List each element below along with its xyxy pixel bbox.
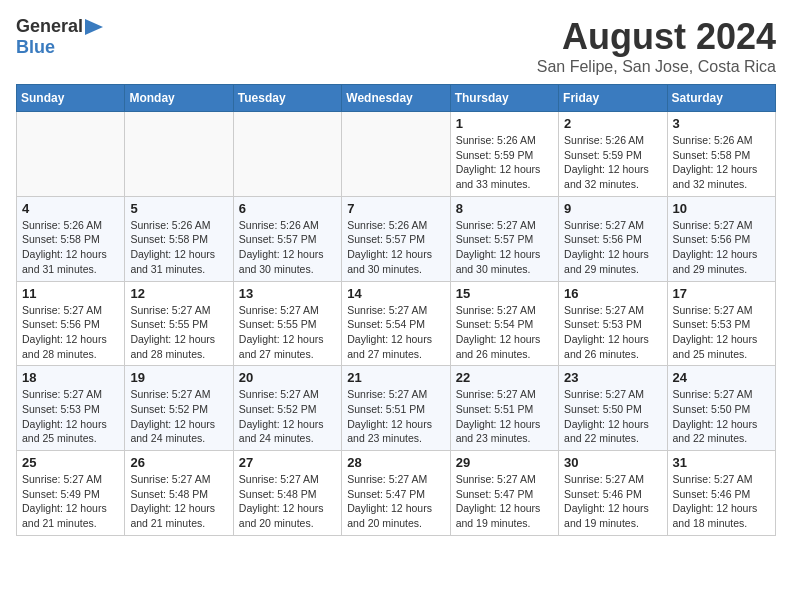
calendar-cell (342, 112, 450, 197)
title-block: August 2024 San Felipe, San Jose, Costa … (537, 16, 776, 76)
calendar-cell (233, 112, 341, 197)
day-number: 2 (564, 116, 661, 131)
day-info: Sunrise: 5:27 AMSunset: 5:56 PMDaylight:… (673, 218, 770, 277)
calendar-cell: 14Sunrise: 5:27 AMSunset: 5:54 PMDayligh… (342, 281, 450, 366)
day-number: 9 (564, 201, 661, 216)
day-number: 11 (22, 286, 119, 301)
calendar-week-row: 18Sunrise: 5:27 AMSunset: 5:53 PMDayligh… (17, 366, 776, 451)
day-number: 19 (130, 370, 227, 385)
header-sunday: Sunday (17, 85, 125, 112)
day-info: Sunrise: 5:27 AMSunset: 5:53 PMDaylight:… (564, 303, 661, 362)
day-number: 22 (456, 370, 553, 385)
day-info: Sunrise: 5:27 AMSunset: 5:55 PMDaylight:… (130, 303, 227, 362)
calendar-cell: 18Sunrise: 5:27 AMSunset: 5:53 PMDayligh… (17, 366, 125, 451)
calendar-cell: 13Sunrise: 5:27 AMSunset: 5:55 PMDayligh… (233, 281, 341, 366)
calendar-cell: 27Sunrise: 5:27 AMSunset: 5:48 PMDayligh… (233, 451, 341, 536)
day-info: Sunrise: 5:26 AMSunset: 5:59 PMDaylight:… (456, 133, 553, 192)
day-number: 25 (22, 455, 119, 470)
day-number: 16 (564, 286, 661, 301)
day-number: 30 (564, 455, 661, 470)
day-info: Sunrise: 5:26 AMSunset: 5:58 PMDaylight:… (22, 218, 119, 277)
day-info: Sunrise: 5:27 AMSunset: 5:49 PMDaylight:… (22, 472, 119, 531)
day-number: 7 (347, 201, 444, 216)
day-info: Sunrise: 5:26 AMSunset: 5:59 PMDaylight:… (564, 133, 661, 192)
calendar-cell (125, 112, 233, 197)
day-number: 1 (456, 116, 553, 131)
day-info: Sunrise: 5:27 AMSunset: 5:48 PMDaylight:… (130, 472, 227, 531)
day-info: Sunrise: 5:27 AMSunset: 5:53 PMDaylight:… (673, 303, 770, 362)
page-subtitle: San Felipe, San Jose, Costa Rica (537, 58, 776, 76)
day-number: 31 (673, 455, 770, 470)
day-info: Sunrise: 5:27 AMSunset: 5:54 PMDaylight:… (456, 303, 553, 362)
calendar-cell: 10Sunrise: 5:27 AMSunset: 5:56 PMDayligh… (667, 196, 775, 281)
day-number: 8 (456, 201, 553, 216)
calendar-cell: 2Sunrise: 5:26 AMSunset: 5:59 PMDaylight… (559, 112, 667, 197)
calendar-cell: 8Sunrise: 5:27 AMSunset: 5:57 PMDaylight… (450, 196, 558, 281)
calendar-cell: 28Sunrise: 5:27 AMSunset: 5:47 PMDayligh… (342, 451, 450, 536)
day-number: 28 (347, 455, 444, 470)
day-number: 23 (564, 370, 661, 385)
calendar-cell: 29Sunrise: 5:27 AMSunset: 5:47 PMDayligh… (450, 451, 558, 536)
calendar-week-row: 25Sunrise: 5:27 AMSunset: 5:49 PMDayligh… (17, 451, 776, 536)
header-saturday: Saturday (667, 85, 775, 112)
header-friday: Friday (559, 85, 667, 112)
day-number: 29 (456, 455, 553, 470)
day-info: Sunrise: 5:27 AMSunset: 5:53 PMDaylight:… (22, 387, 119, 446)
calendar-cell: 4Sunrise: 5:26 AMSunset: 5:58 PMDaylight… (17, 196, 125, 281)
day-info: Sunrise: 5:27 AMSunset: 5:46 PMDaylight:… (564, 472, 661, 531)
calendar-cell: 6Sunrise: 5:26 AMSunset: 5:57 PMDaylight… (233, 196, 341, 281)
day-number: 14 (347, 286, 444, 301)
day-number: 5 (130, 201, 227, 216)
day-info: Sunrise: 5:27 AMSunset: 5:52 PMDaylight:… (239, 387, 336, 446)
calendar-cell: 11Sunrise: 5:27 AMSunset: 5:56 PMDayligh… (17, 281, 125, 366)
day-info: Sunrise: 5:27 AMSunset: 5:52 PMDaylight:… (130, 387, 227, 446)
header-monday: Monday (125, 85, 233, 112)
calendar-cell: 3Sunrise: 5:26 AMSunset: 5:58 PMDaylight… (667, 112, 775, 197)
day-number: 18 (22, 370, 119, 385)
calendar-cell: 16Sunrise: 5:27 AMSunset: 5:53 PMDayligh… (559, 281, 667, 366)
header-tuesday: Tuesday (233, 85, 341, 112)
calendar-cell: 7Sunrise: 5:26 AMSunset: 5:57 PMDaylight… (342, 196, 450, 281)
calendar-cell: 9Sunrise: 5:27 AMSunset: 5:56 PMDaylight… (559, 196, 667, 281)
calendar-cell: 23Sunrise: 5:27 AMSunset: 5:50 PMDayligh… (559, 366, 667, 451)
day-info: Sunrise: 5:27 AMSunset: 5:50 PMDaylight:… (564, 387, 661, 446)
day-number: 3 (673, 116, 770, 131)
day-number: 17 (673, 286, 770, 301)
day-info: Sunrise: 5:26 AMSunset: 5:58 PMDaylight:… (673, 133, 770, 192)
logo-arrow-icon (85, 19, 103, 35)
calendar-week-row: 11Sunrise: 5:27 AMSunset: 5:56 PMDayligh… (17, 281, 776, 366)
day-number: 26 (130, 455, 227, 470)
logo-general-text: General (16, 16, 83, 37)
day-number: 10 (673, 201, 770, 216)
calendar-cell: 26Sunrise: 5:27 AMSunset: 5:48 PMDayligh… (125, 451, 233, 536)
day-info: Sunrise: 5:26 AMSunset: 5:58 PMDaylight:… (130, 218, 227, 277)
day-info: Sunrise: 5:27 AMSunset: 5:47 PMDaylight:… (456, 472, 553, 531)
calendar-cell: 25Sunrise: 5:27 AMSunset: 5:49 PMDayligh… (17, 451, 125, 536)
calendar-week-row: 4Sunrise: 5:26 AMSunset: 5:58 PMDaylight… (17, 196, 776, 281)
day-info: Sunrise: 5:26 AMSunset: 5:57 PMDaylight:… (347, 218, 444, 277)
page-title: August 2024 (537, 16, 776, 58)
calendar-header-row: SundayMondayTuesdayWednesdayThursdayFrid… (17, 85, 776, 112)
day-number: 27 (239, 455, 336, 470)
day-number: 4 (22, 201, 119, 216)
logo: General Blue (16, 16, 103, 58)
day-info: Sunrise: 5:27 AMSunset: 5:57 PMDaylight:… (456, 218, 553, 277)
calendar-cell: 30Sunrise: 5:27 AMSunset: 5:46 PMDayligh… (559, 451, 667, 536)
calendar-cell: 21Sunrise: 5:27 AMSunset: 5:51 PMDayligh… (342, 366, 450, 451)
day-number: 15 (456, 286, 553, 301)
day-info: Sunrise: 5:27 AMSunset: 5:48 PMDaylight:… (239, 472, 336, 531)
day-info: Sunrise: 5:27 AMSunset: 5:47 PMDaylight:… (347, 472, 444, 531)
calendar-cell: 17Sunrise: 5:27 AMSunset: 5:53 PMDayligh… (667, 281, 775, 366)
calendar-cell: 12Sunrise: 5:27 AMSunset: 5:55 PMDayligh… (125, 281, 233, 366)
calendar-cell: 22Sunrise: 5:27 AMSunset: 5:51 PMDayligh… (450, 366, 558, 451)
day-number: 13 (239, 286, 336, 301)
day-number: 20 (239, 370, 336, 385)
day-number: 21 (347, 370, 444, 385)
day-info: Sunrise: 5:27 AMSunset: 5:51 PMDaylight:… (456, 387, 553, 446)
calendar-cell: 5Sunrise: 5:26 AMSunset: 5:58 PMDaylight… (125, 196, 233, 281)
calendar-cell: 15Sunrise: 5:27 AMSunset: 5:54 PMDayligh… (450, 281, 558, 366)
calendar-cell: 31Sunrise: 5:27 AMSunset: 5:46 PMDayligh… (667, 451, 775, 536)
calendar-cell: 24Sunrise: 5:27 AMSunset: 5:50 PMDayligh… (667, 366, 775, 451)
page-header: General Blue August 2024 San Felipe, San… (16, 16, 776, 76)
calendar-cell: 19Sunrise: 5:27 AMSunset: 5:52 PMDayligh… (125, 366, 233, 451)
